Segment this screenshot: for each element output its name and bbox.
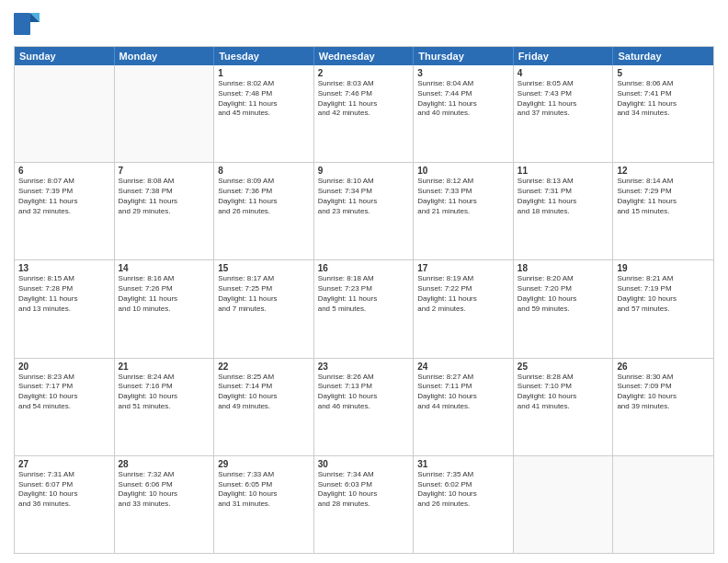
calendar-row: 1Sunrise: 8:02 AM Sunset: 7:48 PM Daylig… [15,65,713,162]
cell-details: Sunrise: 8:08 AM Sunset: 7:38 PM Dayligh… [119,177,210,216]
calendar-cell: 9Sunrise: 8:10 AM Sunset: 7:34 PM Daylig… [314,163,415,259]
cell-details: Sunrise: 8:21 AM Sunset: 7:19 PM Dayligh… [617,274,710,314]
calendar-cell: 2Sunrise: 8:03 AM Sunset: 7:46 PM Daylig… [314,65,415,162]
day-number: 17 [417,263,509,273]
calendar-cell: 30Sunrise: 7:34 AM Sunset: 6:03 PM Dayli… [314,456,415,553]
logo-icon [14,9,40,39]
cell-details: Sunrise: 8:16 AM Sunset: 7:26 PM Dayligh… [119,274,210,314]
cell-details: Sunrise: 8:06 AM Sunset: 7:41 PM Dayligh… [617,79,710,119]
cell-details: Sunrise: 8:02 AM Sunset: 7:48 PM Dayligh… [218,79,310,119]
cell-details: Sunrise: 8:20 AM Sunset: 7:20 PM Dayligh… [518,274,609,314]
day-number: 18 [518,263,609,273]
calendar-row: 20Sunrise: 8:23 AM Sunset: 7:17 PM Dayli… [15,358,713,455]
calendar-cell: 18Sunrise: 8:20 AM Sunset: 7:20 PM Dayli… [514,260,614,357]
calendar-cell: 19Sunrise: 8:21 AM Sunset: 7:19 PM Dayli… [613,260,713,357]
calendar-cell: 14Sunrise: 8:16 AM Sunset: 7:26 PM Dayli… [115,260,215,357]
calendar-body: 1Sunrise: 8:02 AM Sunset: 7:48 PM Daylig… [15,65,713,553]
cell-details: Sunrise: 8:04 AM Sunset: 7:44 PM Dayligh… [417,79,509,119]
cell-details: Sunrise: 8:12 AM Sunset: 7:33 PM Dayligh… [417,177,509,216]
calendar-cell: 16Sunrise: 8:18 AM Sunset: 7:23 PM Dayli… [314,260,415,357]
calendar-header-cell: Wednesday [314,47,415,65]
calendar-cell: 20Sunrise: 8:23 AM Sunset: 7:17 PM Dayli… [15,359,115,455]
day-number: 31 [417,459,509,469]
day-number: 12 [617,166,710,176]
calendar-cell [115,65,215,162]
calendar-header-cell: Thursday [414,47,514,65]
cell-details: Sunrise: 8:03 AM Sunset: 7:46 PM Dayligh… [318,79,410,119]
cell-details: Sunrise: 8:30 AM Sunset: 7:09 PM Dayligh… [617,373,710,412]
cell-details: Sunrise: 8:26 AM Sunset: 7:13 PM Dayligh… [318,373,410,412]
logo [14,9,41,39]
day-number: 3 [417,68,509,78]
day-number: 13 [18,263,110,273]
day-number: 9 [318,166,410,176]
calendar-cell: 3Sunrise: 8:04 AM Sunset: 7:44 PM Daylig… [414,65,514,162]
cell-details: Sunrise: 7:33 AM Sunset: 6:05 PM Dayligh… [218,470,310,510]
day-number: 23 [318,362,410,372]
calendar-cell: 23Sunrise: 8:26 AM Sunset: 7:13 PM Dayli… [314,359,415,455]
calendar-header-cell: Saturday [613,47,713,65]
cell-details: Sunrise: 8:15 AM Sunset: 7:28 PM Dayligh… [18,274,110,314]
cell-details: Sunrise: 7:31 AM Sunset: 6:07 PM Dayligh… [18,470,110,510]
day-number: 8 [218,166,310,176]
day-number: 4 [518,68,609,78]
cell-details: Sunrise: 8:13 AM Sunset: 7:31 PM Dayligh… [518,177,609,216]
cell-details: Sunrise: 8:25 AM Sunset: 7:14 PM Dayligh… [218,373,310,412]
calendar-cell: 29Sunrise: 7:33 AM Sunset: 6:05 PM Dayli… [214,456,314,553]
calendar-header-cell: Tuesday [214,47,314,65]
calendar-cell: 22Sunrise: 8:25 AM Sunset: 7:14 PM Dayli… [214,359,314,455]
calendar-cell: 27Sunrise: 7:31 AM Sunset: 6:07 PM Dayli… [15,456,115,553]
day-number: 21 [119,362,210,372]
cell-details: Sunrise: 8:23 AM Sunset: 7:17 PM Dayligh… [18,373,110,412]
day-number: 16 [318,263,410,273]
day-number: 15 [218,263,310,273]
calendar-cell: 21Sunrise: 8:24 AM Sunset: 7:16 PM Dayli… [115,359,215,455]
calendar-cell: 13Sunrise: 8:15 AM Sunset: 7:28 PM Dayli… [15,260,115,357]
cell-details: Sunrise: 8:14 AM Sunset: 7:29 PM Dayligh… [617,177,710,216]
calendar-cell: 25Sunrise: 8:28 AM Sunset: 7:10 PM Dayli… [514,359,614,455]
calendar-header-cell: Sunday [15,47,115,65]
calendar-cell: 12Sunrise: 8:14 AM Sunset: 7:29 PM Dayli… [613,163,713,259]
calendar-cell: 31Sunrise: 7:35 AM Sunset: 6:02 PM Dayli… [414,456,514,553]
calendar-cell: 8Sunrise: 8:09 AM Sunset: 7:36 PM Daylig… [214,163,314,259]
calendar-cell: 7Sunrise: 8:08 AM Sunset: 7:38 PM Daylig… [115,163,215,259]
calendar-cell: 6Sunrise: 8:07 AM Sunset: 7:39 PM Daylig… [15,163,115,259]
calendar-cell: 5Sunrise: 8:06 AM Sunset: 7:41 PM Daylig… [613,65,713,162]
cell-details: Sunrise: 7:35 AM Sunset: 6:02 PM Dayligh… [417,470,509,510]
cell-details: Sunrise: 8:10 AM Sunset: 7:34 PM Dayligh… [318,177,410,216]
header [14,9,714,39]
day-number: 22 [218,362,310,372]
calendar-cell: 17Sunrise: 8:19 AM Sunset: 7:22 PM Dayli… [414,260,514,357]
day-number: 27 [18,459,110,469]
calendar-cell: 15Sunrise: 8:17 AM Sunset: 7:25 PM Dayli… [214,260,314,357]
day-number: 20 [18,362,110,372]
day-number: 7 [119,166,210,176]
cell-details: Sunrise: 8:09 AM Sunset: 7:36 PM Dayligh… [218,177,310,216]
calendar-cell: 11Sunrise: 8:13 AM Sunset: 7:31 PM Dayli… [514,163,614,259]
calendar-cell [15,65,115,162]
day-number: 10 [417,166,509,176]
calendar: SundayMondayTuesdayWednesdayThursdayFrid… [14,46,714,554]
calendar-row: 13Sunrise: 8:15 AM Sunset: 7:28 PM Dayli… [15,259,713,357]
calendar-cell: 4Sunrise: 8:05 AM Sunset: 7:43 PM Daylig… [514,65,614,162]
svg-rect-0 [14,13,30,35]
day-number: 2 [318,68,410,78]
calendar-row: 6Sunrise: 8:07 AM Sunset: 7:39 PM Daylig… [15,162,713,259]
calendar-cell [613,456,713,553]
cell-details: Sunrise: 7:34 AM Sunset: 6:03 PM Dayligh… [318,470,410,510]
day-number: 26 [617,362,710,372]
cell-details: Sunrise: 8:24 AM Sunset: 7:16 PM Dayligh… [119,373,210,412]
day-number: 1 [218,68,310,78]
calendar-cell: 1Sunrise: 8:02 AM Sunset: 7:48 PM Daylig… [214,65,314,162]
cell-details: Sunrise: 8:17 AM Sunset: 7:25 PM Dayligh… [218,274,310,314]
day-number: 19 [617,263,710,273]
day-number: 6 [18,166,110,176]
cell-details: Sunrise: 8:27 AM Sunset: 7:11 PM Dayligh… [417,373,509,412]
calendar-cell: 10Sunrise: 8:12 AM Sunset: 7:33 PM Dayli… [414,163,514,259]
cell-details: Sunrise: 8:19 AM Sunset: 7:22 PM Dayligh… [417,274,509,314]
calendar-header-cell: Friday [514,47,614,65]
day-number: 24 [417,362,509,372]
day-number: 14 [119,263,210,273]
cell-details: Sunrise: 8:28 AM Sunset: 7:10 PM Dayligh… [518,373,609,412]
cell-details: Sunrise: 8:18 AM Sunset: 7:23 PM Dayligh… [318,274,410,314]
